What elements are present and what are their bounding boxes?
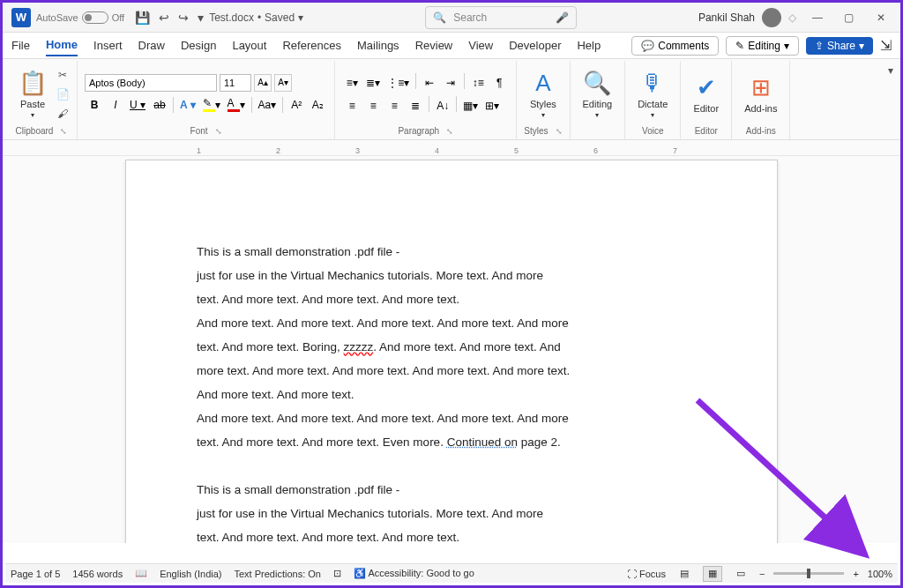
diamond-icon[interactable]: ◇ [788,11,796,24]
increase-indent-button[interactable]: ⇥ [441,73,460,93]
tab-layout[interactable]: Layout [232,35,266,56]
sort-button[interactable]: A↓ [433,96,452,115]
tab-mailings[interactable]: Mailings [357,35,399,56]
doc-line[interactable]: This is a small demonstration .pdf file … [197,240,706,264]
styles-launcher-icon[interactable]: ⤡ [556,127,563,136]
qat-customize-icon[interactable]: ▾ [198,11,204,25]
print-layout-button[interactable]: ▦ [703,566,722,582]
align-center-button[interactable]: ≡ [363,96,383,115]
doc-line[interactable]: just for use in the Virtual Mechanics tu… [197,264,706,287]
tab-home[interactable]: Home [46,34,78,56]
cut-icon[interactable]: ✂ [56,68,70,82]
borders-button[interactable]: ⊞▾ [482,96,502,115]
superscript-button[interactable]: A² [287,95,306,115]
tab-draw[interactable]: Draw [138,35,165,56]
clipboard-launcher-icon[interactable]: ⤡ [60,127,67,136]
tab-file[interactable]: File [11,35,30,56]
subscript-button[interactable]: A₂ [308,95,327,115]
align-left-button[interactable]: ≡ [342,96,362,115]
text-effects-button[interactable]: A ▾ [177,95,198,115]
comments-button[interactable]: 💬 Comments [631,36,719,56]
autosave-toggle[interactable]: AutoSave Off [36,11,124,24]
paste-button[interactable]: 📋 Paste ▾ [13,66,52,123]
minimize-button[interactable]: — [802,4,833,31]
doc-line[interactable]: text. And more text. And more text. Even… [197,430,706,454]
toggle-switch-icon[interactable] [82,11,108,24]
addins-button[interactable]: ⊞ Add-ins [739,71,782,117]
line-spacing-button[interactable]: ↕≡ [468,73,488,93]
paragraph-launcher-icon[interactable]: ⤡ [446,127,453,136]
doc-line[interactable]: text. And more text. And more text. And … [197,525,706,543]
tab-design[interactable]: Design [181,35,216,56]
numbering-button[interactable]: ≣▾ [363,73,383,93]
bullets-button[interactable]: ≡▾ [342,73,362,93]
copy-icon[interactable]: 📄 [56,87,70,101]
decrease-indent-button[interactable]: ⇤ [420,73,439,93]
display-settings-icon[interactable]: ⊡ [333,568,341,579]
grow-font-button[interactable]: A▴ [254,74,272,92]
strike-button[interactable]: ab [150,95,169,115]
shrink-font-button[interactable]: A▾ [274,74,292,92]
document-page[interactable]: This is a small demonstration .pdf file … [125,160,778,543]
ribbon-options-icon[interactable]: ▾ [888,64,893,77]
maximize-button[interactable]: ▢ [833,4,865,31]
tab-developer[interactable]: Developer [509,35,561,56]
multilevel-button[interactable]: ⋮≡▾ [384,73,412,93]
search-input[interactable]: 🔍 Search 🎤 [425,6,577,29]
zoom-in-button[interactable]: + [853,569,858,579]
shading-button[interactable]: ▦▾ [460,96,481,115]
zoom-level[interactable]: 100% [868,569,892,579]
show-marks-button[interactable]: ¶ [489,73,509,93]
format-painter-icon[interactable]: 🖌 [56,107,70,121]
focus-button[interactable]: ⛶ Focus [627,569,666,579]
redo-icon[interactable]: ↪ [178,11,189,25]
doc-line[interactable]: text. And more text. Boring, zzzzz. And … [197,335,706,359]
editing-mode-button[interactable]: ✎ Editing ▾ [726,36,799,56]
read-mode-button[interactable]: ▤ [675,566,694,582]
italic-button[interactable]: I [106,95,125,115]
doc-line[interactable]: And more text. And more text. And more t… [197,311,706,335]
text-predictions-status[interactable]: Text Predictions: On [234,569,320,579]
web-layout-button[interactable]: ▭ [731,566,750,582]
bold-button[interactable]: B [85,95,104,115]
editing-button[interactable]: 🔍 Editing▾ [578,66,618,123]
dictate-button[interactable]: 🎙 Dictate▾ [632,66,673,123]
spellcheck-icon[interactable]: 📖 [135,568,147,579]
font-family-select[interactable] [85,74,217,92]
tab-review[interactable]: Review [415,35,453,56]
doc-line[interactable] [197,454,706,478]
page-count[interactable]: Page 1 of 5 [11,569,60,579]
document-title[interactable]: Test.docx • Saved ▾ [209,11,303,24]
doc-line[interactable]: just for use in the Virtual Mechanics tu… [197,502,706,525]
doc-line[interactable]: And more text. And more text. And more t… [197,406,706,430]
editor-button[interactable]: ✔ Editor [688,71,724,117]
close-button[interactable]: ✕ [865,4,897,31]
tab-help[interactable]: Help [577,35,601,56]
align-right-button[interactable]: ≡ [384,96,404,115]
doc-line[interactable]: This is a small demonstration .pdf file … [197,478,706,502]
highlight-button[interactable]: ✎▾ [200,95,223,115]
doc-line[interactable]: text. And more text. And more text. And … [197,287,706,311]
undo-icon[interactable]: ↩ [159,11,169,25]
share-button[interactable]: ⇪ Share ▾ [806,37,873,55]
zoom-out-button[interactable]: − [759,569,765,579]
mic-icon[interactable]: 🎤 [556,11,569,24]
justify-button[interactable]: ≣ [406,96,425,115]
language-status[interactable]: English (India) [160,569,221,579]
tab-view[interactable]: View [468,35,493,56]
styles-button[interactable]: A Styles▾ [525,66,562,123]
zoom-slider[interactable] [773,572,844,575]
font-color-button[interactable]: A▾ [225,95,248,115]
word-count[interactable]: 1456 words [72,569,123,579]
tab-references[interactable]: References [282,35,340,56]
change-case-button[interactable]: Aa▾ [256,95,280,115]
doc-line[interactable]: And more text. And more text. [197,383,706,406]
horizontal-ruler[interactable]: 1234567 [3,140,900,156]
underline-button[interactable]: U ▾ [127,95,148,115]
accessibility-status[interactable]: ♿ Accessibility: Good to go [354,568,474,579]
save-icon[interactable]: 💾 [135,11,150,25]
font-launcher-icon[interactable]: ⤡ [215,127,222,136]
doc-line[interactable]: more text. And more text. And more text.… [197,359,706,383]
tab-insert[interactable]: Insert [93,35,123,56]
user-account[interactable]: Pankil Shah ◇ [698,8,802,27]
